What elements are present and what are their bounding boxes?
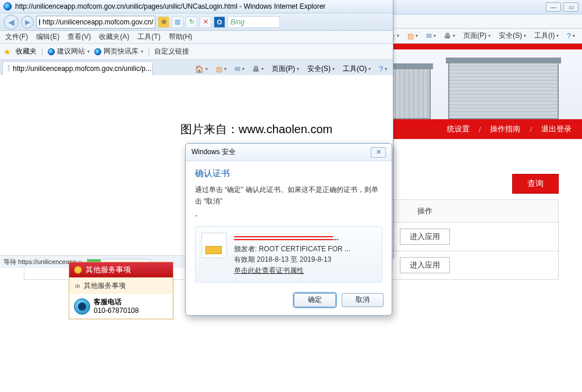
fg-home-button[interactable]: 🏠▾ (193, 64, 210, 74)
menu-help[interactable]: 帮助(H) (166, 31, 196, 42)
cert-validity: 有效期 2018-8-13 至 2019-8-13 (234, 255, 331, 263)
favorites-star-icon[interactable]: ★ (3, 47, 11, 56)
tab-title: http://unilicenceapp.mofcom.gov.cn/unili… (13, 65, 151, 73)
dialog-close-button[interactable]: ✕ (371, 147, 386, 158)
ie-icon (3, 2, 12, 10)
menu-tools[interactable]: 工具(T) (134, 31, 163, 42)
bg-maximize-button[interactable]: ▭ (563, 2, 579, 12)
bg-rss-button[interactable]: ▤▾ (405, 31, 420, 41)
bullet-icon: ፨ (75, 282, 80, 290)
bg-mail-button[interactable]: ✉▾ (424, 31, 438, 41)
loading-spinner-icon (8, 65, 10, 72)
menu-fav[interactable]: 收藏夹(A) (96, 31, 132, 42)
phone-icon (74, 298, 90, 315)
enter-app-button[interactable]: 进入应用 (400, 229, 450, 245)
nav-item-settings[interactable]: 统设置 (447, 124, 470, 134)
refresh-button[interactable]: ↻ (186, 16, 197, 28)
view-cert-props-link[interactable]: 单击此处查看证书属性 (234, 266, 304, 275)
hotline-number: 010-67870108 (94, 307, 139, 315)
security-dialog: Windows 安全 ✕ 确认证书 通过单击 “确定” 确认此证书。如果这不是正… (185, 143, 392, 316)
menu-view[interactable]: 查看(V) (65, 31, 94, 42)
compat-button[interactable]: ⊕ (158, 16, 169, 28)
fg-command-bar: 🏠▾ ▤▾ ✉▾ 🖶▾ 页面(P)▾ 安全(S)▾ 工具(O)▾ ?▾ (152, 63, 393, 75)
bg-page-menu[interactable]: 页面(P)▾ (461, 30, 493, 42)
enter-app-button[interactable]: 进入应用 (400, 257, 450, 273)
medal-icon (74, 266, 82, 274)
sidebar-title: 其他服务事项 (86, 265, 131, 275)
dialog-button-row: 确定 取消 (186, 287, 392, 315)
dialog-body: 确认证书 通过单击 “确定” 确认此证书。如果这不是正确的证书，则单击 “取消”… (186, 161, 392, 287)
search-button[interactable]: 查询 (512, 174, 559, 194)
cert-issuer: 颁发者: ROOT CERTIFICATE FOR ... (234, 245, 350, 253)
stop-button[interactable]: ✕ (200, 16, 211, 28)
fg-address-bar: ◀ ▶ http://unilicenceapp.mofcom.gov.cn/ … (0, 13, 393, 31)
bg-print-button[interactable]: 🖶▾ (442, 31, 457, 41)
url-text: http://unilicenceapp.mofcom.gov.cn/ (42, 18, 154, 26)
fg-bing-search[interactable]: Bing (228, 16, 280, 28)
fav-link-custom[interactable]: 自定义链接 (154, 47, 189, 56)
dialog-title: Windows 安全 (191, 147, 236, 157)
dialog-message: 通过单击 “确定” 确认此证书。如果这不是正确的证书，则单击 “取消” 。 (195, 184, 382, 219)
hotline-label: 客服电话 (94, 298, 139, 307)
sidebar-item-label: 其他服务事项 (84, 281, 126, 291)
fg-print-button[interactable]: 🖶▾ (250, 64, 266, 74)
fg-safety-menu[interactable]: 安全(S)▾ (305, 63, 337, 75)
address-field[interactable]: http://unilicenceapp.mofcom.gov.cn/ ▾ (36, 16, 155, 28)
favorites-bar: ★ 收藏夹 | 建议网站▾ 网页快讯库▾ | 自定义链接 (0, 44, 393, 60)
ok-button[interactable]: 确定 (294, 293, 336, 307)
bg-help-button[interactable]: ?▾ (565, 31, 577, 41)
fav-link-slices[interactable]: 网页快讯库▾ (94, 47, 143, 56)
sidebar-panel: 其他服务事项 ፨ 其他服务事项 客服电话 010-67870108 (69, 262, 173, 319)
bg-tools-menu[interactable]: 工具(I)▾ (532, 30, 561, 42)
fg-tools-menu[interactable]: 工具(O)▾ (340, 63, 373, 75)
fg-rss-button[interactable]: ▤▾ (214, 64, 229, 74)
fg-help-button[interactable]: ?▾ (377, 64, 389, 74)
certificate-icon (201, 233, 227, 258)
dialog-titlebar[interactable]: Windows 安全 ✕ (186, 144, 392, 161)
nav-item-guide[interactable]: 操作指南 (490, 124, 520, 134)
sidebar-header: 其他服务事项 (69, 262, 173, 277)
bg-safety-menu[interactable]: 安全(S)▾ (496, 30, 528, 42)
cancel-button[interactable]: 取消 (342, 293, 384, 307)
certificate-box[interactable]: ... 颁发者: ROOT CERTIFICATE FOR ... 有效期 20… (195, 226, 382, 282)
redacted-cert-name (234, 234, 333, 240)
fav-link-suggested[interactable]: 建议网站▾ (48, 47, 90, 56)
back-button[interactable]: ◀ (3, 15, 19, 30)
menu-edit[interactable]: 编辑(E) (33, 31, 62, 42)
window-title: http://unilicenceapp.mofcom.gov.cn/unili… (15, 2, 325, 10)
nav-item-logout[interactable]: 退出登录 (541, 124, 572, 134)
sidebar-item[interactable]: ፨ 其他服务事项 (69, 277, 173, 294)
forward-button[interactable]: ▶ (21, 16, 34, 28)
tab-row: http://unilicenceapp.mofcom.gov.cn/unili… (0, 60, 393, 75)
outlook-icon: O (214, 16, 225, 28)
favorites-label: 收藏夹 (16, 47, 37, 56)
menu-file[interactable]: 文件(F) (2, 31, 31, 42)
fg-menu-bar: 文件(F) 编辑(E) 查看(V) 收藏夹(A) 工具(T) 帮助(H) (0, 31, 393, 44)
dialog-heading: 确认证书 (195, 168, 382, 179)
watermark-text: 图片来自：www.chaolen.com (180, 122, 332, 137)
bg-minimize-button[interactable]: — (546, 2, 561, 12)
hotline-row: 客服电话 010-67870108 (69, 294, 173, 319)
fg-titlebar: http://unilicenceapp.mofcom.gov.cn/unili… (0, 0, 393, 13)
compat-view-icon[interactable]: ▥ (172, 16, 183, 28)
fg-page-menu[interactable]: 页面(P)▾ (269, 63, 301, 75)
browser-tab[interactable]: http://unilicenceapp.mofcom.gov.cn/unili… (2, 61, 152, 75)
page-icon (39, 19, 40, 26)
fg-mail-button[interactable]: ✉▾ (232, 64, 247, 74)
